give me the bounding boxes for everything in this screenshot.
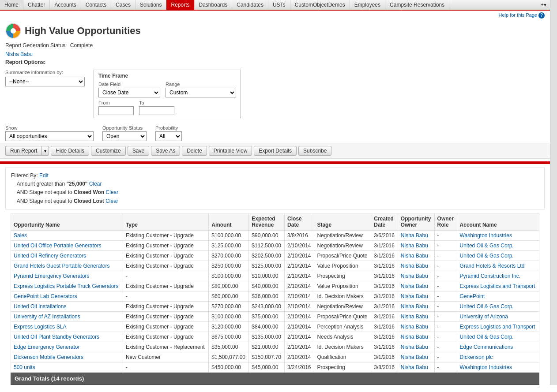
export-details-button[interactable]: Export Details bbox=[254, 146, 297, 156]
owner-link[interactable]: Nisha Babu bbox=[401, 263, 428, 269]
nav-item-usts[interactable]: USTs bbox=[268, 0, 290, 10]
created-date-cell: 3/1/2016 bbox=[374, 263, 395, 269]
opp-status-group: Opportunity Status Open Closed All bbox=[102, 125, 147, 141]
opp-name-link[interactable]: Dickenson Mobile Generators bbox=[14, 354, 83, 360]
summarize-select[interactable]: --None-- bbox=[5, 77, 85, 86]
filter-edit-link[interactable]: Edit bbox=[39, 172, 49, 179]
subscribe-button[interactable]: Subscribe bbox=[298, 146, 331, 156]
condition2-clear[interactable]: Clear bbox=[106, 189, 119, 195]
from-label: From bbox=[98, 100, 134, 105]
created-date-cell: 3/1/2016 bbox=[374, 253, 395, 259]
opp-name-link[interactable]: 500 units bbox=[14, 364, 35, 370]
account-name-link[interactable]: Washington Industries bbox=[460, 364, 512, 370]
owner-role-cell: - bbox=[437, 303, 439, 310]
account-name-link[interactable]: Express Logistics and Transport bbox=[460, 324, 535, 330]
report-owner-link[interactable]: Nisha Babu bbox=[5, 51, 33, 57]
date-field-select[interactable]: Close Date Created Date bbox=[98, 88, 160, 97]
close-date-cell: 2/10/2014 bbox=[287, 354, 311, 360]
to-input[interactable] bbox=[139, 106, 174, 115]
nav-more-button[interactable]: + ▾ bbox=[537, 0, 550, 10]
owner-link[interactable]: Nisha Babu bbox=[401, 283, 428, 289]
owner-link[interactable]: Nisha Babu bbox=[401, 232, 428, 239]
opp-name-link[interactable]: United Oil Office Portable Generators bbox=[14, 243, 102, 249]
nav-item-accounts[interactable]: Accounts bbox=[50, 0, 81, 10]
show-select[interactable]: All opportunities My opportunities My te… bbox=[5, 131, 94, 141]
opp-name-link[interactable]: Edge Emergency Generator bbox=[14, 344, 79, 350]
nav-item-reports[interactable]: Reports bbox=[166, 0, 194, 10]
help-link-area: Help for this Page ? bbox=[0, 11, 550, 20]
nav-item-cases[interactable]: Cases bbox=[111, 0, 135, 10]
stage-cell: Negotiation/Review bbox=[317, 303, 362, 310]
table-row: Pyramid Emergency Generators-$100,000.00… bbox=[11, 271, 539, 281]
scrollbar[interactable] bbox=[550, 0, 557, 385]
delete-button[interactable]: Delete bbox=[182, 146, 207, 156]
range-select[interactable]: Custom All Time This Year Last Year bbox=[166, 88, 236, 97]
nav-item-employees[interactable]: Employees bbox=[350, 0, 385, 10]
account-name-link[interactable]: University of Arizona bbox=[460, 314, 508, 320]
opp-name-link[interactable]: Sales bbox=[14, 232, 27, 239]
nav-item-contacts[interactable]: Contacts bbox=[81, 0, 111, 10]
close-date-cell: 2/10/2014 bbox=[287, 334, 311, 340]
owner-link[interactable]: Nisha Babu bbox=[401, 273, 428, 279]
type-cell: Existing Customer - Replacement bbox=[126, 344, 205, 350]
from-input[interactable] bbox=[98, 106, 134, 115]
account-name-link[interactable]: GenePoint bbox=[460, 293, 485, 299]
created-date-cell: 3/6/2016 bbox=[374, 232, 395, 239]
opp-name-link[interactable]: University of AZ Installations bbox=[14, 314, 80, 320]
exp-revenue-cell: $45,000.00 bbox=[252, 364, 278, 370]
owner-link[interactable]: Nisha Babu bbox=[401, 303, 428, 310]
owner-link[interactable]: Nisha Babu bbox=[401, 314, 428, 320]
table-row: United Oil InstallationsExisting Custome… bbox=[11, 301, 539, 311]
printable-view-button[interactable]: Printable View bbox=[209, 146, 252, 156]
owner-link[interactable]: Nisha Babu bbox=[401, 293, 428, 299]
opp-name-link[interactable]: United Oil Refinery Generators bbox=[14, 253, 86, 259]
nav-item-campsite[interactable]: Campsite Reservations bbox=[385, 0, 449, 10]
account-name-link[interactable]: Express Logistics and Transport bbox=[460, 283, 535, 289]
opp-name-link[interactable]: GenePoint Lab Generators bbox=[14, 293, 77, 299]
run-report-arrow[interactable]: ▾ bbox=[41, 146, 49, 156]
account-name-link[interactable]: United Oil & Gas Corp. bbox=[460, 253, 514, 259]
owner-link[interactable]: Nisha Babu bbox=[401, 334, 428, 340]
account-name-link[interactable]: Washington Industries bbox=[460, 232, 512, 239]
stage-cell: Perception Analysis bbox=[317, 324, 363, 330]
account-name-link[interactable]: United Oil & Gas Corp. bbox=[460, 243, 514, 249]
opp-name-link[interactable]: United Oil Installations bbox=[14, 303, 66, 310]
save-as-button[interactable]: Save As bbox=[151, 146, 180, 156]
owner-link[interactable]: Nisha Babu bbox=[401, 253, 428, 259]
opp-name-link[interactable]: Express Logistics SLA bbox=[14, 324, 66, 330]
account-name-link[interactable]: Dickenson plc bbox=[460, 354, 493, 360]
owner-link[interactable]: Nisha Babu bbox=[401, 364, 428, 370]
nav-item-candidates[interactable]: Candidates bbox=[232, 0, 268, 10]
opp-name-link[interactable]: United Oil Plant Standby Generators bbox=[14, 334, 99, 340]
account-name-link[interactable]: United Oil & Gas Corp. bbox=[460, 334, 514, 340]
nav-item-solutions[interactable]: Solutions bbox=[135, 0, 166, 10]
owner-link[interactable]: Nisha Babu bbox=[401, 344, 428, 350]
owner-link[interactable]: Nisha Babu bbox=[401, 243, 428, 249]
account-name-link[interactable]: Grand Hotels & Resorts Ltd bbox=[460, 263, 525, 269]
owner-link[interactable]: Nisha Babu bbox=[401, 354, 428, 360]
grand-totals-row: Grand Totals (14 records) bbox=[11, 372, 539, 385]
condition1-clear[interactable]: Clear bbox=[89, 181, 102, 187]
save-button[interactable]: Save bbox=[128, 146, 149, 156]
account-name-link[interactable]: Edge Communications bbox=[460, 344, 513, 350]
run-report-button[interactable]: Run Report bbox=[5, 146, 41, 156]
nav-item-customobjectdemos[interactable]: CustomObjectDemos bbox=[290, 0, 350, 10]
opp-name-link[interactable]: Grand Hotels Guest Portable Generators bbox=[14, 263, 109, 269]
opp-name-link[interactable]: Express Logistics Portable Truck Generat… bbox=[14, 283, 118, 289]
logo-icon bbox=[5, 23, 21, 39]
account-name-link[interactable]: Pyramid Construction Inc. bbox=[460, 273, 520, 279]
nav-item-home[interactable]: Home bbox=[0, 0, 23, 10]
type-cell: Existing Customer - Upgrade bbox=[126, 243, 194, 249]
condition3-clear[interactable]: Clear bbox=[105, 198, 118, 204]
account-name-link[interactable]: United Oil & Gas Corp. bbox=[460, 303, 514, 310]
owner-link[interactable]: Nisha Babu bbox=[401, 324, 428, 330]
probability-select[interactable]: All 0 10 bbox=[155, 131, 182, 141]
nav-item-chatter[interactable]: Chatter bbox=[23, 0, 50, 10]
status-line: Report Generation Status: Complete bbox=[0, 41, 550, 50]
help-link[interactable]: Help for this Page ? bbox=[499, 12, 545, 18]
opp-name-link[interactable]: Pyramid Emergency Generators bbox=[14, 273, 89, 279]
hide-details-button[interactable]: Hide Details bbox=[51, 146, 89, 156]
customize-button[interactable]: Customize bbox=[91, 146, 126, 156]
opp-status-select[interactable]: Open Closed All bbox=[102, 131, 147, 141]
nav-item-dashboards[interactable]: Dashboards bbox=[195, 0, 233, 10]
